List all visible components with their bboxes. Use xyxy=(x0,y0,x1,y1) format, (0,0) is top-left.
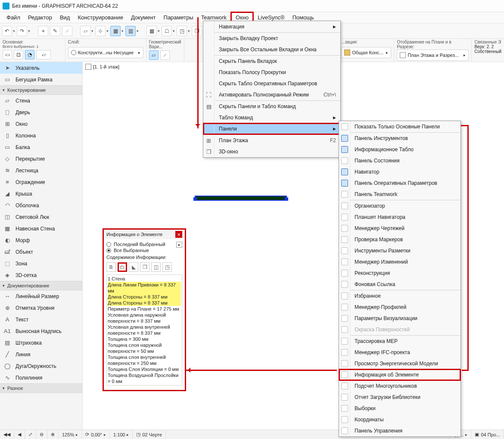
menu-документ[interactable]: Документ xyxy=(127,13,160,22)
submenu-item[interactable]: Менеджер IFC-проекта xyxy=(339,347,460,358)
tool-Ограждение[interactable]: ≡Ограждение xyxy=(0,176,82,188)
option-b-button[interactable]: ◳▾ xyxy=(177,26,190,36)
tool-Бегущая Рамка[interactable]: ▭Бегущая Рамка xyxy=(0,74,82,85)
submenu-item[interactable]: Организатор xyxy=(339,200,460,212)
trace-button[interactable]: ▦▾ xyxy=(110,26,124,36)
category-btn-3[interactable]: ◣ xyxy=(129,262,138,272)
option-a-button[interactable]: ☖▾ xyxy=(162,26,175,36)
wall-element[interactable] xyxy=(195,196,287,201)
tool-Морф[interactable]: ◐Морф xyxy=(0,234,82,246)
measure-button[interactable]: ✎ xyxy=(50,26,60,36)
menu-item[interactable]: Панели▶ xyxy=(203,123,340,134)
tool-Оболочка[interactable]: ◠Оболочка xyxy=(0,199,82,211)
sel-mode-2[interactable]: ⊡ xyxy=(14,50,23,59)
category-btn-5[interactable]: ◫ xyxy=(151,262,161,272)
menu-item[interactable]: ▤Скрыть Панели и Табло Команд xyxy=(203,101,340,112)
submenu-item[interactable]: Подсчет Многоугольников xyxy=(339,380,460,392)
angle-value[interactable]: ⟳ 0,00° ▸ xyxy=(82,430,110,439)
submenu-item[interactable]: Избранное xyxy=(339,290,460,302)
view-info[interactable]: ◳ 02 Черте xyxy=(133,430,166,439)
tool-Дверь[interactable]: ⎕Дверь xyxy=(0,106,82,118)
tool-Крыша[interactable]: ◢Крыша xyxy=(0,188,82,199)
tool-Лестница[interactable]: ≋Лестница xyxy=(0,165,82,176)
zoom-fit-button[interactable]: ⤢ xyxy=(25,430,36,439)
tool-Отметка Уровня[interactable]: ⊕Отметка Уровня xyxy=(0,302,82,314)
sel-mode-4[interactable]: ▱ xyxy=(36,50,51,59)
menu-item[interactable]: Скрыть Табло Оперативных Параметров xyxy=(203,78,340,89)
tool-Указатель[interactable]: ➤Указатель xyxy=(0,62,82,74)
zoom-out-button[interactable]: ⊖ xyxy=(36,430,47,439)
menu-item[interactable]: Показать Полосу Прокрутки xyxy=(203,67,340,78)
category-btn-2[interactable]: 🗀 xyxy=(118,262,127,272)
submenu-item[interactable]: Проверка Маркеров xyxy=(339,234,460,245)
tool-Колонна[interactable]: ▯Колонна xyxy=(0,130,82,141)
menu-параметры[interactable]: Параметры xyxy=(160,13,197,22)
expand-button[interactable]: ▸ xyxy=(176,242,182,248)
submenu-item[interactable]: Панель Управления xyxy=(339,425,460,436)
category-btn-6[interactable]: ◳ xyxy=(162,262,172,272)
menu-item[interactable]: Скрыть Панель Вкладок xyxy=(203,56,340,67)
tool-Линия[interactable]: ╱Линия xyxy=(0,349,82,360)
view-info-2[interactable]: ▣ 04 Про... xyxy=(471,430,504,439)
tool-Дуга/Окружность[interactable]: ◯Дуга/Окружность xyxy=(0,360,82,372)
radio-all-selected[interactable]: Все Выбранные xyxy=(106,248,182,253)
tool-3D-сетка[interactable]: ◈3D-сетка xyxy=(0,269,82,281)
submenu-item[interactable]: Выборки xyxy=(339,403,460,414)
submenu-item[interactable]: Информация об Элементе xyxy=(339,369,460,380)
tool-Линейный Размер[interactable]: ↔Линейный Размер xyxy=(0,290,82,302)
panel-titlebar[interactable]: Информация о Элементе ✕ xyxy=(104,230,185,239)
layer-combo[interactable]: Конструкти...ны Несущие ▸ xyxy=(68,47,143,58)
menu-item[interactable]: Навигация▶ xyxy=(203,21,340,32)
pick-tool-button[interactable]: ⌖ xyxy=(38,26,48,36)
menu-item[interactable]: Закрыть Вкладку Проект xyxy=(203,33,340,44)
palette-group-header[interactable]: ▾Разное xyxy=(0,383,82,393)
menu-item[interactable]: Табло Команд▶ xyxy=(203,112,340,123)
element-info-list[interactable]: 1 СтенаДлина Линии Привязки = 8 337 ммДл… xyxy=(106,274,182,386)
submenu-item[interactable]: Панель Инструментов xyxy=(339,133,460,144)
nav-first-button[interactable]: ◀◀ xyxy=(0,430,14,439)
sel-mode-3[interactable]: ◔ xyxy=(25,50,34,59)
tool-Зона[interactable]: ⬚Зона xyxy=(0,258,82,269)
palette-group-header[interactable]: ▾Документирование xyxy=(0,281,82,290)
geom-mode-1[interactable]: ▱ xyxy=(149,50,159,60)
snap-button[interactable]: ⊹▾ xyxy=(95,26,109,36)
menu-item[interactable]: ❒3D-окно xyxy=(203,146,340,157)
menu-редактор[interactable]: Редактор xyxy=(24,13,56,22)
palette-group-header[interactable]: ▾Конструирование xyxy=(0,85,82,95)
zoom-value[interactable]: 125% ▸ xyxy=(59,430,82,439)
submenu-item[interactable]: Менеджер Изменений xyxy=(339,256,460,268)
submenu-item[interactable]: Менеджер Профилей xyxy=(339,302,460,313)
tool-Окно[interactable]: ⊞Окно xyxy=(0,118,82,130)
submenu-item[interactable]: Информационное Табло xyxy=(339,144,460,155)
tool-Балка[interactable]: ▭Балка xyxy=(0,141,82,153)
close-icon[interactable]: ✕ xyxy=(175,231,182,238)
submenu-item[interactable]: Просмотр Энергетической Модели xyxy=(339,358,460,369)
submenu-item[interactable]: Панель Состояния xyxy=(339,155,460,166)
submenu-item[interactable]: Параметры Визуализации xyxy=(339,313,460,324)
submenu-item[interactable]: Трассировка MEP xyxy=(339,336,460,347)
submenu-item[interactable]: Панель Teamwork xyxy=(339,189,460,200)
menu-item[interactable]: Закрыть Все Остальные Вкладки и Окна xyxy=(203,44,340,55)
undo-button[interactable]: ↶▾ xyxy=(2,26,15,36)
menu-item[interactable]: ⛶Активировать Полноэкранный РежимCtrl+\ xyxy=(203,89,340,100)
tool-Полилиния[interactable]: ∿Полилиния xyxy=(0,372,82,383)
tool-Текст[interactable]: AТекст xyxy=(0,314,82,325)
tool-Световой Люк[interactable]: ◫Световой Люк xyxy=(0,211,82,223)
tool-Штриховка[interactable]: ▨Штриховка xyxy=(0,337,82,349)
tool-Перекрытие[interactable]: ◇Перекрытие xyxy=(0,153,82,165)
scale-value[interactable]: 1:100 ▸ xyxy=(110,430,133,439)
guide-button[interactable]: ▱▾ xyxy=(80,26,93,36)
representation-combo[interactable]: Общая Конс... ▸ xyxy=(341,47,391,58)
grid-button[interactable]: ▦▾ xyxy=(146,26,160,36)
sel-mode-1[interactable]: ▭ xyxy=(3,50,12,59)
nav-prev-button[interactable]: ◀ xyxy=(14,430,25,439)
tool-Объект[interactable]: 🛋Объект xyxy=(0,246,82,258)
redo-button[interactable]: ↷▾ xyxy=(17,26,30,36)
submenu-item[interactable]: Координаты xyxy=(339,414,460,425)
radio-last-selected[interactable]: Последний Выбранный xyxy=(106,242,182,247)
submenu-item[interactable]: Реконструкция xyxy=(339,268,460,279)
layers-button[interactable]: ▥▾ xyxy=(125,26,139,36)
submenu-item[interactable]: Отчет Загрузки Библиотеки xyxy=(339,392,460,403)
category-btn-4[interactable]: ❒ xyxy=(140,262,149,272)
menu-вид[interactable]: Вид xyxy=(56,13,74,22)
